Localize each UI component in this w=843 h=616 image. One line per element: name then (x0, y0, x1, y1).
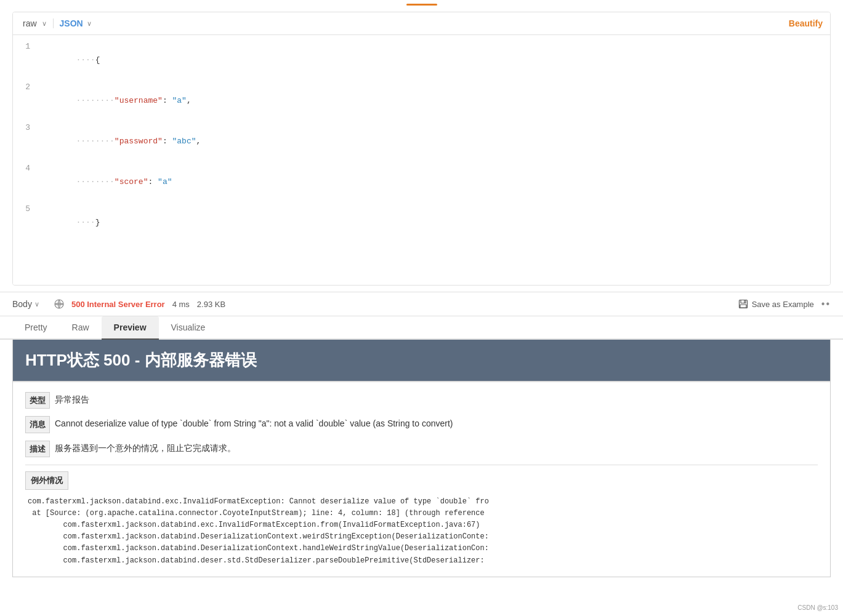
response-tabs: Pretty Raw Preview Visualize (0, 316, 843, 340)
save-icon (738, 299, 748, 309)
code-line-3: 3 ········"password": "abc", (13, 121, 830, 162)
error-description-row: 描述 服务器遇到一个意外的情况，阻止它完成请求。 (25, 441, 818, 457)
svg-rect-3 (740, 305, 746, 308)
error-body: 类型 异常报告 消息 Cannot deserialize value of t… (13, 382, 830, 577)
body-label: Body ∨ (12, 299, 39, 309)
tab-pretty[interactable]: Pretty (12, 316, 60, 340)
type-label: 类型 (25, 392, 50, 409)
message-value: Cannot deserialize value of type `double… (55, 416, 453, 431)
code-line-4: 4 ········"score": "a" (13, 162, 830, 202)
preview-content: HTTP状态 500 - 内部服务器错误 类型 异常报告 消息 Cannot d… (12, 340, 831, 577)
more-options-button[interactable]: •• (821, 298, 831, 310)
stack-line-6: com.fasterxml.jackson.databind.deser.std… (28, 555, 815, 567)
format-label: JSON (60, 18, 83, 28)
message-label: 消息 (25, 416, 50, 433)
description-label: 描述 (25, 441, 50, 457)
response-size: 2.93 KB (197, 300, 225, 309)
tab-visualize[interactable]: Visualize (159, 316, 218, 340)
stack-line-1: com.fasterxml.jackson.databind.exc.Inval… (28, 496, 815, 508)
stack-line-2: at [Source: (org.apache.catalina.connect… (28, 508, 815, 519)
raw-chevron-icon: ∨ (42, 20, 47, 28)
tab-preview[interactable]: Preview (102, 316, 159, 340)
svg-rect-2 (741, 300, 746, 303)
exception-section: 例外情况 com.fasterxml.jackson.databind.exc.… (25, 471, 818, 567)
error-type-row: 类型 异常报告 (25, 392, 818, 409)
status-code: 500 Internal Server Error (71, 300, 165, 309)
body-chevron-icon: ∨ (34, 300, 39, 308)
request-editor: raw ∨ JSON ∨ Beautify 1 ····{ 2 ········… (12, 12, 831, 286)
code-line-2: 2 ········"username": "a", (13, 81, 830, 121)
format-chevron-icon: ∨ (87, 20, 92, 28)
response-bar: Body ∨ 500 Internal Server Error 4 ms 2.… (0, 292, 843, 316)
toolbar-left: raw ∨ JSON ∨ (20, 17, 92, 30)
stack-line-5: com.fasterxml.jackson.databind.Deseriali… (28, 543, 815, 554)
stack-trace: com.fasterxml.jackson.databind.exc.Inval… (25, 496, 818, 567)
exception-title: 例外情况 (25, 471, 68, 489)
save-example-button[interactable]: Save as Example (738, 299, 814, 309)
stack-line-3: com.fasterxml.jackson.databind.exc.Inval… (28, 519, 815, 531)
error-message-row: 消息 Cannot deserialize value of type `dou… (25, 416, 818, 433)
separator (53, 18, 54, 28)
response-status: 500 Internal Server Error 4 ms 2.93 KB (54, 299, 225, 309)
beautify-button[interactable]: Beautify (789, 18, 823, 28)
svg-point-0 (55, 300, 63, 308)
error-title: HTTP状态 500 - 内部服务器错误 (25, 351, 257, 369)
globe-icon (54, 299, 64, 309)
save-example-label: Save as Example (752, 300, 814, 309)
stack-line-4: com.fasterxml.jackson.databind.Deseriali… (28, 531, 815, 543)
tab-indicator (406, 4, 437, 6)
code-editor[interactable]: 1 ····{ 2 ········"username": "a", 3 ···… (13, 35, 830, 285)
description-value: 服务器遇到一个意外的情况，阻止它完成请求。 (55, 441, 236, 456)
divider (25, 465, 818, 465)
raw-button[interactable]: raw (20, 17, 39, 30)
tab-raw[interactable]: Raw (60, 316, 102, 340)
code-line-5: 5 ····} (13, 202, 830, 243)
code-line-1: 1 ····{ (13, 40, 830, 81)
response-time: 4 ms (172, 300, 190, 309)
type-value: 异常报告 (55, 392, 89, 407)
error-header: HTTP状态 500 - 内部服务器错误 (13, 340, 830, 381)
editor-toolbar: raw ∨ JSON ∨ Beautify (13, 12, 830, 35)
